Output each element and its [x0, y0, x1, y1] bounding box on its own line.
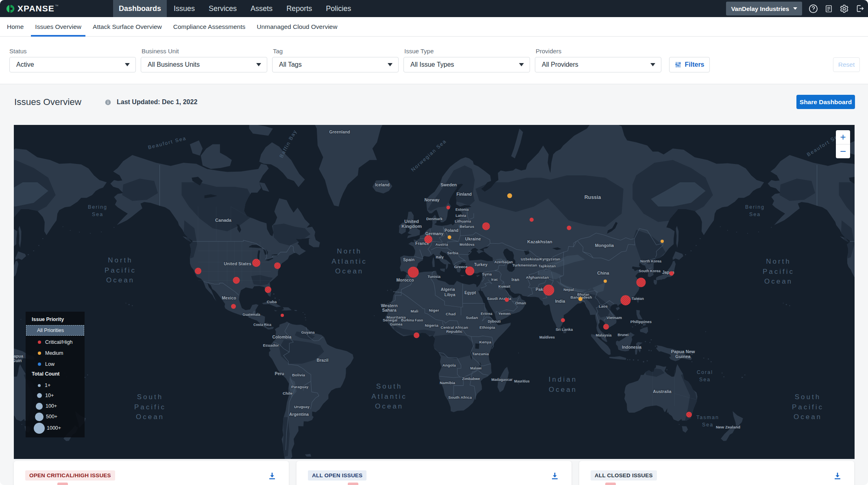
svg-text:Guinea: Guinea — [675, 354, 691, 359]
svg-text:Atlantic: Atlantic — [331, 258, 367, 265]
svg-text:Bolivia: Bolivia — [292, 373, 305, 377]
svg-text:South: South — [795, 393, 821, 401]
svg-text:Atlantic: Atlantic — [371, 393, 407, 400]
svg-text:Ocean: Ocean — [549, 386, 577, 393]
svg-text:Bering: Bering — [88, 204, 107, 210]
svg-text:Argentina: Argentina — [289, 412, 309, 417]
svg-text:Estonia: Estonia — [456, 208, 469, 212]
svg-text:Coral: Coral — [697, 369, 713, 375]
svg-text:Greenland: Greenland — [329, 130, 350, 134]
svg-text:Uzbekistan: Uzbekistan — [521, 257, 541, 261]
svg-text:Kazakhstan: Kazakhstan — [527, 239, 552, 244]
svg-text:Morocco: Morocco — [397, 278, 414, 282]
svg-text:Uruguay: Uruguay — [294, 404, 310, 409]
svg-text:Sea: Sea — [92, 212, 103, 217]
svg-text:Malawi: Malawi — [470, 366, 482, 370]
svg-text:Laos: Laos — [599, 304, 608, 308]
svg-text:North: North — [766, 258, 791, 265]
svg-text:Senegal: Senegal — [383, 318, 397, 322]
svg-text:Mexico: Mexico — [222, 296, 236, 300]
svg-text:Ocean: Ocean — [764, 277, 793, 285]
svg-text:Kyrgyzstan: Kyrgyzstan — [540, 257, 560, 261]
svg-text:Angola: Angola — [442, 363, 456, 367]
svg-text:Sweden: Sweden — [441, 182, 457, 187]
svg-text:India: India — [555, 299, 565, 304]
svg-text:Russia: Russia — [584, 194, 601, 200]
svg-text:Burkina Faso: Burkina Faso — [401, 318, 423, 322]
svg-text:Ukraine: Ukraine — [465, 236, 481, 241]
svg-text:Pacific: Pacific — [792, 403, 824, 411]
svg-text:Kingdom: Kingdom — [401, 224, 422, 229]
svg-text:Algeria: Algeria — [441, 287, 455, 292]
svg-text:Namibia: Namibia — [440, 380, 456, 385]
svg-text:Australia: Australia — [653, 389, 671, 394]
svg-text:Republic: Republic — [446, 329, 462, 334]
svg-text:Sudan: Sudan — [466, 315, 478, 320]
svg-text:South: South — [376, 382, 402, 390]
svg-text:Syria: Syria — [482, 272, 492, 276]
svg-text:Colombia: Colombia — [273, 335, 292, 339]
svg-text:Ocean: Ocean — [794, 413, 822, 421]
svg-text:Lithuania: Lithuania — [455, 219, 471, 223]
svg-text:Maldives: Maldives — [539, 335, 555, 339]
svg-text:Ethiopia: Ethiopia — [480, 325, 495, 330]
svg-text:Turkey: Turkey — [474, 262, 487, 267]
svg-text:Tunisia: Tunisia — [427, 274, 441, 279]
svg-text:Djibouti: Djibouti — [488, 319, 501, 323]
svg-text:Philippines: Philippines — [630, 319, 652, 324]
svg-text:Ocean: Ocean — [335, 267, 364, 275]
svg-text:Nepal: Nepal — [563, 287, 574, 292]
svg-text:Ocean: Ocean — [375, 402, 403, 410]
svg-text:Guinea: Guinea — [390, 322, 403, 326]
svg-text:South: South — [137, 393, 163, 401]
svg-text:Kuwait: Kuwait — [498, 284, 510, 288]
svg-text:Canada: Canada — [215, 218, 232, 223]
svg-text:Tanzania: Tanzania — [472, 352, 489, 356]
svg-text:Niger: Niger — [429, 308, 439, 312]
svg-text:China: China — [597, 271, 609, 275]
svg-text:Denmark: Denmark — [426, 216, 443, 221]
svg-text:Indonesia: Indonesia — [622, 345, 641, 350]
svg-text:Guyana: Guyana — [301, 330, 315, 334]
svg-text:Azerbaijan: Azerbaijan — [494, 260, 513, 264]
svg-text:Sahara: Sahara — [382, 308, 396, 312]
svg-text:Austria: Austria — [435, 242, 448, 247]
svg-text:Egypt: Egypt — [465, 291, 476, 295]
svg-text:United: United — [404, 219, 419, 224]
svg-text:Sea: Sea — [749, 212, 761, 217]
svg-text:Iran: Iran — [512, 277, 519, 282]
svg-text:Mongolia: Mongolia — [595, 243, 614, 248]
svg-text:Sea: Sea — [699, 377, 711, 382]
svg-text:Ocean: Ocean — [106, 276, 135, 284]
svg-text:North: North — [108, 256, 133, 264]
svg-text:Oman: Oman — [515, 301, 526, 305]
svg-text:Brazil: Brazil — [317, 358, 329, 363]
svg-text:Guin: Guin — [14, 358, 22, 363]
svg-text:Sea: Sea — [702, 422, 713, 428]
svg-text:Poland: Poland — [445, 228, 458, 233]
svg-text:Mauritius: Mauritius — [514, 379, 530, 383]
svg-text:South Korea: South Korea — [639, 269, 661, 273]
svg-text:North Korea: North Korea — [640, 259, 662, 263]
svg-text:North: North — [337, 247, 362, 255]
svg-text:Tasman: Tasman — [696, 415, 719, 420]
svg-text:Yemen: Yemen — [498, 311, 510, 316]
svg-text:Guatemala: Guatemala — [242, 312, 260, 317]
svg-text:South Africa: South Africa — [448, 395, 472, 400]
svg-text:Paraguay: Paraguay — [291, 385, 309, 389]
svg-text:Papua: Papua — [14, 354, 23, 358]
svg-text:Mali: Mali — [410, 309, 418, 313]
svg-text:Papua New: Papua New — [671, 349, 695, 354]
svg-text:Brunei: Brunei — [618, 333, 629, 337]
svg-text:Cuba: Cuba — [267, 299, 277, 304]
svg-text:Tajikistan: Tajikistan — [539, 264, 556, 268]
svg-text:Pacific: Pacific — [763, 268, 794, 275]
svg-text:Kenya: Kenya — [479, 340, 491, 344]
svg-text:Zimbabwe: Zimbabwe — [462, 377, 480, 381]
svg-text:Norway: Norway — [424, 198, 439, 202]
svg-text:Italy: Italy — [436, 255, 444, 259]
svg-text:Madagascar: Madagascar — [491, 378, 513, 382]
svg-text:Ecuador: Ecuador — [263, 343, 279, 347]
svg-text:Vietnam: Vietnam — [606, 315, 622, 320]
svg-text:Indian: Indian — [549, 376, 577, 383]
